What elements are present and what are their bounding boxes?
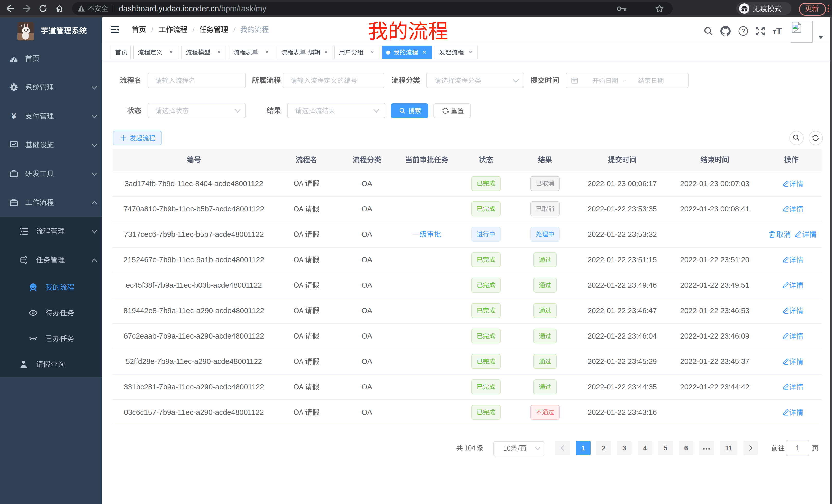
svg-text:?: ?: [742, 28, 745, 34]
